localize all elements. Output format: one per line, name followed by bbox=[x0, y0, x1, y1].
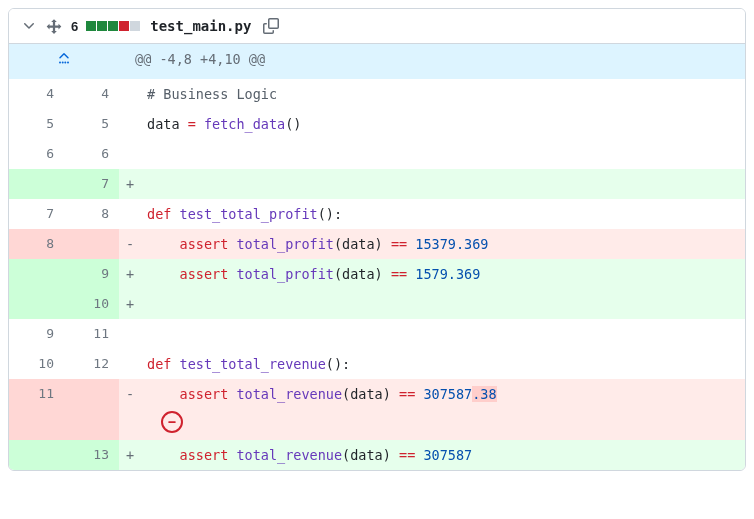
new-line-number[interactable]: 9 bbox=[64, 259, 119, 289]
old-line-number[interactable]: 8 bbox=[9, 229, 64, 259]
new-line-number[interactable]: 12 bbox=[64, 349, 119, 379]
diffstat bbox=[86, 21, 140, 31]
new-line-number[interactable]: 11 bbox=[64, 319, 119, 349]
hunk-header-text: @@ -4,8 +4,10 @@ bbox=[119, 44, 745, 79]
new-line-number[interactable] bbox=[64, 379, 119, 409]
expand-up-button[interactable] bbox=[9, 44, 119, 79]
review-minus-icon[interactable] bbox=[161, 411, 183, 433]
old-line-number[interactable]: 6 bbox=[9, 139, 64, 169]
diff-marker bbox=[119, 109, 141, 139]
new-line-number[interactable]: 4 bbox=[64, 79, 119, 109]
diff-marker bbox=[119, 319, 141, 349]
diff-table: @@ -4,8 +4,10 @@ 44 # Business Logic55 d… bbox=[9, 44, 745, 470]
new-line-number[interactable]: 13 bbox=[64, 440, 119, 470]
code-cell[interactable]: data = fetch_data() bbox=[141, 109, 745, 139]
old-line-number[interactable]: 5 bbox=[9, 109, 64, 139]
new-line-number[interactable] bbox=[64, 229, 119, 259]
diffstat-square bbox=[108, 21, 118, 31]
old-line-number[interactable]: 9 bbox=[9, 319, 64, 349]
diff-line-add[interactable]: 10+ bbox=[9, 289, 745, 319]
old-line-number[interactable]: 11 bbox=[9, 379, 64, 409]
diff-line-del[interactable]: 8- assert total_profit(data) == 15379.36… bbox=[9, 229, 745, 259]
svg-point-1 bbox=[62, 62, 64, 64]
diff-marker: + bbox=[119, 440, 141, 470]
file-header: 6 test_main.py bbox=[9, 9, 745, 44]
diff-marker: + bbox=[119, 169, 141, 199]
code-cell[interactable]: def test_total_revenue(): bbox=[141, 349, 745, 379]
copy-path-button[interactable] bbox=[263, 18, 279, 34]
code-cell[interactable]: # Business Logic bbox=[141, 79, 745, 109]
diff-marker bbox=[119, 199, 141, 229]
diff-line-context[interactable]: 44 # Business Logic bbox=[9, 79, 745, 109]
code-cell[interactable]: assert total_revenue(data) == 307587 bbox=[141, 440, 745, 470]
new-line-number[interactable]: 7 bbox=[64, 169, 119, 199]
code-cell[interactable]: assert total_profit(data) == 15379.369 bbox=[141, 229, 745, 259]
diffstat-square bbox=[119, 21, 129, 31]
diff-marker bbox=[119, 139, 141, 169]
svg-point-3 bbox=[67, 62, 69, 64]
diff-line-context[interactable]: 55 data = fetch_data() bbox=[9, 109, 745, 139]
diff-line-del[interactable]: 11- assert total_revenue(data) == 307587… bbox=[9, 379, 745, 409]
new-line-number[interactable]: 10 bbox=[64, 289, 119, 319]
diff-marker: + bbox=[119, 259, 141, 289]
diff-line-context[interactable]: 1012 def test_total_revenue(): bbox=[9, 349, 745, 379]
diffstat-square bbox=[86, 21, 96, 31]
new-line-number[interactable]: 5 bbox=[64, 109, 119, 139]
new-line-number[interactable]: 6 bbox=[64, 139, 119, 169]
change-count: 6 bbox=[71, 19, 78, 34]
expand-all-icon[interactable] bbox=[45, 17, 63, 35]
old-line-number[interactable] bbox=[9, 259, 64, 289]
diffstat-square bbox=[130, 21, 140, 31]
svg-rect-4 bbox=[168, 421, 176, 423]
diff-marker: - bbox=[119, 229, 141, 259]
old-line-number[interactable]: 10 bbox=[9, 349, 64, 379]
new-line-number[interactable]: 8 bbox=[64, 199, 119, 229]
file-name[interactable]: test_main.py bbox=[150, 18, 251, 34]
code-cell[interactable]: def test_total_profit(): bbox=[141, 199, 745, 229]
new-line-number bbox=[64, 409, 119, 440]
old-line-number[interactable]: 7 bbox=[9, 199, 64, 229]
diffstat-square bbox=[97, 21, 107, 31]
code-cell[interactable] bbox=[141, 169, 745, 199]
old-line-number[interactable] bbox=[9, 169, 64, 199]
code-cell[interactable]: assert total_revenue(data) == 307587.38 bbox=[141, 379, 745, 409]
diff-line-context[interactable]: 78 def test_total_profit(): bbox=[9, 199, 745, 229]
svg-point-0 bbox=[59, 62, 61, 64]
collapse-file-button[interactable] bbox=[21, 18, 37, 34]
review-comment-row bbox=[9, 409, 745, 440]
diff-marker bbox=[119, 349, 141, 379]
diff-marker bbox=[119, 79, 141, 109]
code-cell[interactable]: assert total_profit(data) == 1579.369 bbox=[141, 259, 745, 289]
diff-file: 6 test_main.py @@ -4,8 +4,10 @@ 44 # Bus… bbox=[8, 8, 746, 471]
review-cell bbox=[141, 409, 745, 440]
diff-line-context[interactable]: 66 bbox=[9, 139, 745, 169]
code-cell[interactable] bbox=[141, 139, 745, 169]
old-line-number[interactable] bbox=[9, 440, 64, 470]
code-cell[interactable] bbox=[141, 319, 745, 349]
diff-line-add[interactable]: 9+ assert total_profit(data) == 1579.369 bbox=[9, 259, 745, 289]
code-cell[interactable] bbox=[141, 289, 745, 319]
svg-point-2 bbox=[64, 62, 66, 64]
diff-marker: + bbox=[119, 289, 141, 319]
diff-line-context[interactable]: 911 bbox=[9, 319, 745, 349]
old-line-number[interactable] bbox=[9, 289, 64, 319]
diff-line-add[interactable]: 13+ assert total_revenue(data) == 307587 bbox=[9, 440, 745, 470]
diff-line-add[interactable]: 7+ bbox=[9, 169, 745, 199]
hunk-header-row: @@ -4,8 +4,10 @@ bbox=[9, 44, 745, 79]
diff-marker bbox=[119, 409, 141, 440]
old-line-number[interactable]: 4 bbox=[9, 79, 64, 109]
old-line-number bbox=[9, 409, 64, 440]
diff-marker: - bbox=[119, 379, 141, 409]
